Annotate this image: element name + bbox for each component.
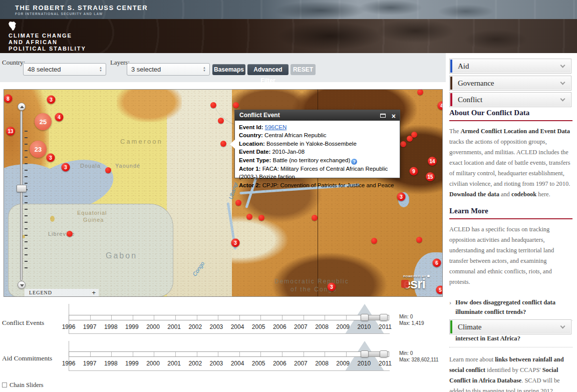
conflict-event-marker[interactable] bbox=[407, 136, 413, 142]
popup-field: Event Id: 596CEN bbox=[239, 123, 396, 131]
conflict-cluster-marker[interactable]: 9 bbox=[410, 167, 418, 176]
popup-field: Event Type: Battle (no territory exchang… bbox=[239, 156, 396, 165]
conflict-cluster-marker[interactable]: 3 bbox=[328, 283, 336, 291]
zoom-slider-track[interactable] bbox=[20, 111, 23, 281]
conflict-event-marker[interactable] bbox=[210, 102, 216, 108]
accordion-conflict-label: Conflict bbox=[458, 93, 482, 107]
popup-field: Actor 2: CPJP: Convention of Patriots fo… bbox=[239, 181, 396, 189]
popup-title-bar[interactable]: Conflict Event × bbox=[235, 110, 400, 121]
esri-logo-red-shape bbox=[401, 280, 409, 288]
conflict-event-marker[interactable] bbox=[246, 214, 252, 220]
conflict-cluster-marker[interactable]: 25 bbox=[35, 113, 52, 130]
accordion-aid[interactable]: Aid bbox=[449, 59, 571, 74]
heading-rule bbox=[449, 120, 572, 121]
question-link[interactable]: ›How does disaggregated conflict data il… bbox=[449, 294, 572, 321]
conflict-event-marker[interactable] bbox=[67, 231, 73, 237]
conflict-event-marker[interactable] bbox=[416, 237, 422, 243]
year-tick-label: 2000 bbox=[142, 360, 164, 367]
conflict-cluster-marker[interactable]: 8 bbox=[4, 95, 13, 103]
conflict-range-handle-start[interactable] bbox=[361, 314, 369, 321]
year-tick-label: 2007 bbox=[290, 323, 312, 330]
aid-year-labels: 1996199719981999200020012002200320042005… bbox=[69, 360, 409, 367]
conflict-event-marker[interactable] bbox=[417, 89, 423, 95]
ccaps-title-line3: POLITICAL STABILITY bbox=[9, 46, 86, 52]
conflict-cluster-marker[interactable]: 15 bbox=[426, 172, 435, 181]
close-icon[interactable]: × bbox=[392, 111, 396, 122]
select-stepper-icon: ▲▼ bbox=[203, 66, 206, 72]
governance-color-bar bbox=[450, 77, 452, 90]
map-place-label: Cameroon bbox=[120, 138, 163, 145]
year-tick-label: 2002 bbox=[184, 323, 206, 330]
africa-icon bbox=[9, 22, 16, 31]
year-tick-label: 2002 bbox=[184, 360, 206, 367]
accordion-climate[interactable]: Climate bbox=[449, 319, 571, 334]
map-canvas[interactable]: CameroonDoualaYaoundéEquatorialGuineaGab… bbox=[4, 89, 443, 297]
aid-range-handle-start[interactable] bbox=[361, 350, 369, 357]
aid-range-handle-end[interactable] bbox=[380, 350, 388, 357]
conflict-cluster-marker[interactable]: 14 bbox=[428, 157, 437, 166]
event-id-link[interactable]: 596CEN bbox=[265, 124, 286, 130]
conflict-cluster-marker[interactable]: 4 bbox=[55, 113, 64, 122]
chevron-right-icon: › bbox=[449, 298, 451, 317]
year-tick-label: 2011 bbox=[374, 323, 396, 330]
climate-color-bar bbox=[450, 320, 452, 333]
conflict-cluster-marker[interactable]: 3 bbox=[62, 163, 70, 172]
conflict-cluster-marker[interactable]: 3 bbox=[47, 96, 56, 104]
map-zoom-control bbox=[16, 103, 28, 289]
layers-select-value: 3 selected bbox=[131, 66, 161, 73]
conflict-event-marker[interactable] bbox=[218, 118, 224, 124]
year-tick-label: 2001 bbox=[163, 323, 185, 330]
accordion-governance[interactable]: Governance bbox=[449, 76, 571, 91]
learn-more-heading: Learn More bbox=[449, 207, 572, 215]
conflict-cluster-marker[interactable]: 13 bbox=[6, 127, 15, 136]
year-tick-label: 2004 bbox=[226, 360, 248, 367]
layers-select[interactable]: 3 selected ▲▼ bbox=[127, 63, 210, 76]
conflict-event-marker[interactable] bbox=[371, 238, 377, 244]
country-select[interactable]: 48 selected ▲▼ bbox=[23, 63, 106, 76]
ccaps-title-line2: AND AFRICAN bbox=[9, 39, 58, 45]
conflict-cluster-marker[interactable]: 3 bbox=[231, 239, 240, 247]
conflict-event-marker[interactable] bbox=[312, 215, 318, 221]
conflict-event-marker[interactable] bbox=[235, 200, 241, 206]
conflict-event-marker[interactable] bbox=[258, 215, 264, 221]
conflict-cluster-marker[interactable]: 3 bbox=[397, 193, 406, 201]
zoom-out-button[interactable] bbox=[18, 281, 26, 289]
conflict-slider-track[interactable] bbox=[69, 315, 389, 320]
year-tick-label: 2010 bbox=[353, 323, 375, 330]
maximize-icon[interactable] bbox=[380, 114, 386, 118]
help-icon[interactable]: ? bbox=[351, 159, 357, 165]
aid-slider-track[interactable] bbox=[69, 351, 389, 357]
legend-expand-icon[interactable]: + bbox=[92, 289, 96, 297]
advanced-filter-button[interactable]: Advanced Filter bbox=[247, 64, 288, 75]
conflict-range-handle-end[interactable] bbox=[380, 314, 388, 321]
conflict-event-marker[interactable] bbox=[400, 141, 406, 147]
conflict-event-marker[interactable] bbox=[220, 141, 226, 147]
conflict-cluster-marker[interactable]: 23 bbox=[30, 141, 47, 158]
year-tick-label: 2003 bbox=[205, 323, 227, 330]
year-tick-label: 2005 bbox=[247, 323, 269, 330]
aid-commitments-slider-label: Aid Commitments bbox=[2, 354, 52, 362]
conflict-event-marker[interactable] bbox=[233, 102, 239, 108]
year-tick-label: 2006 bbox=[268, 323, 291, 330]
chevron-down-icon bbox=[560, 97, 565, 102]
conflict-cluster-marker[interactable]: 4 bbox=[438, 102, 443, 110]
conflict-cluster-marker[interactable]: 6 bbox=[433, 259, 441, 267]
country-select-value: 48 selected bbox=[28, 66, 61, 73]
zoom-in-button[interactable] bbox=[18, 103, 26, 111]
arrow-down-icon bbox=[20, 284, 24, 287]
esri-logo: esri bbox=[403, 278, 443, 290]
conflict-event-marker[interactable] bbox=[105, 167, 111, 173]
year-tick-label: 1996 bbox=[58, 323, 80, 330]
accordion-conflict[interactable]: Conflict bbox=[449, 92, 571, 107]
zoom-slider-handle[interactable] bbox=[17, 185, 27, 192]
legend-bar[interactable]: LEGEND + bbox=[25, 289, 99, 297]
esri-attribution: POWERED BY esri bbox=[403, 275, 443, 290]
year-tick-label: 2005 bbox=[247, 360, 269, 367]
country-label: Country: bbox=[2, 59, 25, 67]
chain-sliders-checkbox[interactable] bbox=[2, 382, 7, 387]
conflict-cluster-marker[interactable]: 3 bbox=[47, 154, 55, 162]
reset-button[interactable]: RESET bbox=[291, 64, 316, 75]
learn-more-paragraph: ACLED has a specific focus on tracking o… bbox=[449, 224, 572, 287]
basemaps-button[interactable]: Basemaps bbox=[212, 64, 245, 75]
chevron-down-icon bbox=[560, 80, 565, 85]
